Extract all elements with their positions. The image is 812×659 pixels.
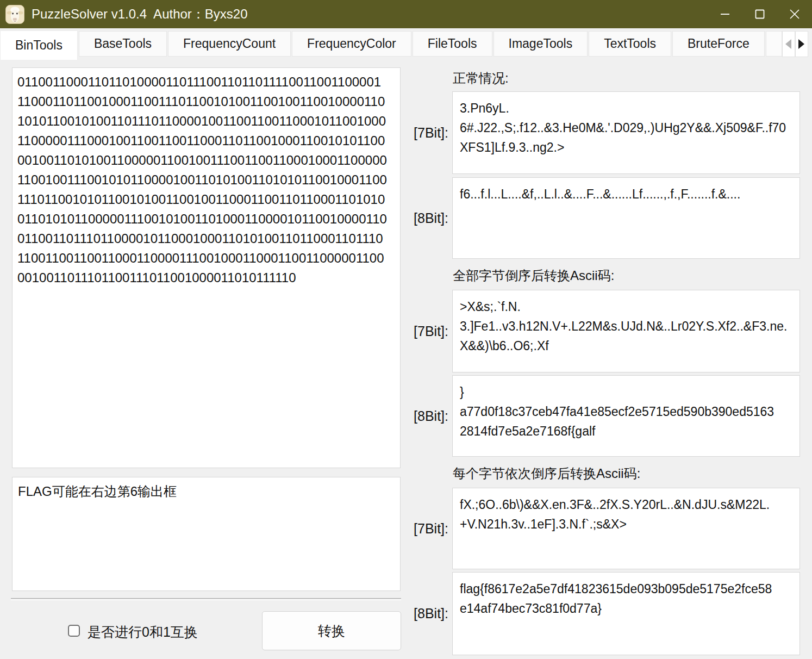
chevron-left-icon [785, 39, 791, 49]
bit-label-8bit-2: [8Bit]: [402, 177, 448, 259]
convert-button[interactable]: 转换 [262, 611, 401, 650]
tab-imagetools[interactable]: ImageTools [494, 31, 588, 57]
output-box-4-8bit[interactable]: } a77d0f18c37ceb47fa41e85ecf2e5715ed590b… [452, 375, 800, 457]
tab-texttools[interactable]: TextTools [589, 31, 671, 57]
tab-frequencycolor[interactable]: FrequencyColor [292, 31, 411, 57]
section-title-normal: 正常情况: [453, 70, 509, 87]
output-box-1-7bit[interactable]: 3.Pn6yL. 6#.J22.,S;.f12..&3.He0M&.'.D029… [452, 91, 800, 174]
maximize-icon [755, 9, 765, 19]
bit-label-8bit-6: [8Bit]: [402, 572, 448, 655]
chevron-right-icon [798, 39, 804, 49]
tab-basetools[interactable]: BaseTools [79, 31, 167, 57]
binary-input[interactable]: 0110011000110110100001101110011011011110… [12, 67, 401, 468]
section-title-reverse-each-byte: 每个字节依次倒序后转换Ascii码: [453, 465, 640, 482]
output-box-6-8bit-flag[interactable]: flag{f8617e2a5e7df41823615de093b095de517… [452, 572, 800, 655]
output-box-5-7bit[interactable]: fX.;6O..6b\)&&X.en.3F&..2fX.S.Y20rL..&N.… [452, 488, 800, 569]
minimize-icon [720, 9, 730, 19]
tab-bruteforce[interactable]: BruteForce [672, 31, 765, 57]
tab-filetools[interactable]: FileTools [413, 31, 492, 57]
tab-bintools[interactable]: BinTools [0, 30, 78, 60]
swap-01-checkbox-label: 是否进行0和1互换 [88, 623, 198, 641]
close-button[interactable] [777, 0, 812, 28]
tab-bar: BinTools BaseTools FrequencyCount Freque… [0, 28, 812, 60]
tab-frequencycount[interactable]: FrequencyCount [168, 31, 291, 57]
sheep-icon [5, 5, 24, 24]
horizontal-divider [11, 598, 401, 600]
hint-note-box[interactable]: FLAG可能在右边第6输出框 [12, 477, 401, 591]
window-title: PuzzleSolver v1.0.4 Author：Byxs20 [32, 5, 248, 23]
tab-scroll-right-button[interactable] [795, 31, 808, 57]
tab-clipped-partial [766, 31, 782, 57]
bit-label-7bit-1: [7Bit]: [402, 91, 448, 174]
title-bar: PuzzleSolver v1.0.4 Author：Byxs20 [0, 0, 812, 28]
output-box-2-8bit[interactable]: f6...f.l...L....&f,..L.l..&....F...&....… [452, 177, 800, 259]
maximize-button[interactable] [742, 0, 777, 28]
output-box-3-7bit[interactable]: >X&s;.`f.N. 3.]Fe1..v3.h12N.V+.L22M&s.UJ… [452, 290, 800, 372]
bit-label-7bit-5: [7Bit]: [402, 488, 448, 569]
section-title-reverse-all-bytes: 全部字节倒序后转换Ascii码: [453, 267, 614, 284]
minimize-button[interactable] [708, 0, 742, 28]
bit-label-7bit-3: [7Bit]: [402, 290, 448, 372]
swap-01-checkbox[interactable] [68, 625, 80, 637]
window-controls [708, 0, 812, 28]
tab-scroll-left-button[interactable] [782, 31, 795, 57]
bit-label-8bit-4: [8Bit]: [402, 375, 448, 457]
close-icon [789, 9, 800, 20]
